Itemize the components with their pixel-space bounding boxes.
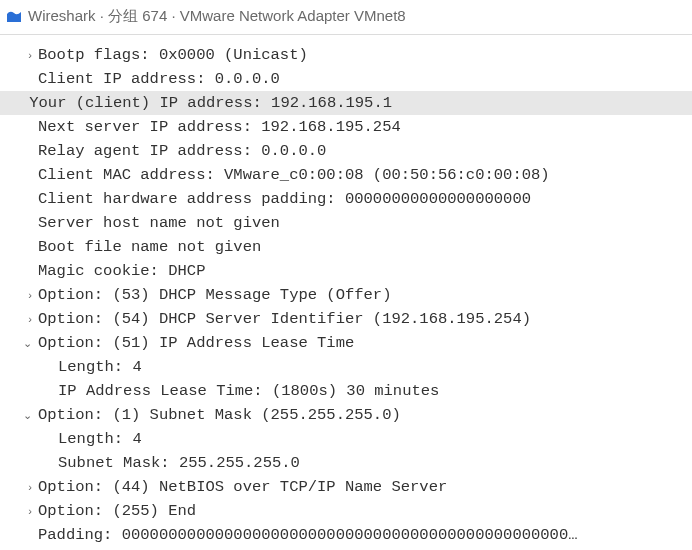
tree-row[interactable]: ›Option: (53) DHCP Message Type (Offer) (0, 283, 692, 307)
tree-row-text: Subnet Mask: 255.255.255.0 (58, 451, 300, 475)
tree-row[interactable]: ›Option: (54) DHCP Server Identifier (19… (0, 307, 692, 331)
tree-row[interactable]: Magic cookie: DHCP (0, 259, 692, 283)
tree-row-text: Bootp flags: 0x0000 (Unicast) (38, 43, 308, 67)
tree-row[interactable]: Length: 4 (0, 355, 692, 379)
expand-closed-icon[interactable]: › (0, 287, 38, 304)
tree-row[interactable]: Boot file name not given (0, 235, 692, 259)
tree-row-text: Option: (53) DHCP Message Type (Offer) (38, 283, 391, 307)
tree-row-text: Length: 4 (58, 427, 142, 451)
tree-row[interactable]: Client MAC address: VMware_c0:00:08 (00:… (0, 163, 692, 187)
tree-row-text: Option: (51) IP Address Lease Time (38, 331, 354, 355)
tree-row-text: Option: (1) Subnet Mask (255.255.255.0) (38, 403, 401, 427)
tree-row-text: Option: (255) End (38, 499, 196, 523)
tree-row[interactable]: Client hardware address padding: 0000000… (0, 187, 692, 211)
expand-open-icon[interactable]: ⌄ (0, 335, 38, 352)
tree-row-text: Client IP address: 0.0.0.0 (38, 67, 280, 91)
title-sep-1: · (96, 7, 109, 24)
tree-row-text: IP Address Lease Time: (1800s) 30 minute… (58, 379, 439, 403)
tree-row[interactable]: ›Bootp flags: 0x0000 (Unicast) (0, 43, 692, 67)
expand-closed-icon[interactable]: › (0, 311, 38, 328)
window-title: Wireshark · 分组 674 · VMware Network Adap… (28, 7, 406, 26)
tree-row-text: Padding: 0000000000000000000000000000000… (38, 523, 578, 547)
wireshark-icon (6, 8, 22, 24)
tree-row[interactable]: Client IP address: 0.0.0.0 (0, 67, 692, 91)
tree-row-text: Your (client) IP address: 192.168.195.1 (29, 91, 692, 115)
tree-row[interactable]: Subnet Mask: 255.255.255.0 (0, 451, 692, 475)
tree-row-text: Magic cookie: DHCP (38, 259, 205, 283)
titlebar: Wireshark · 分组 674 · VMware Network Adap… (0, 0, 692, 30)
tree-row-text: Option: (44) NetBIOS over TCP/IP Name Se… (38, 475, 447, 499)
tree-row[interactable]: ⌄Option: (51) IP Address Lease Time (0, 331, 692, 355)
expand-open-icon[interactable]: ⌄ (0, 407, 38, 424)
tree-row[interactable]: Length: 4 (0, 427, 692, 451)
tree-row[interactable]: ›Option: (44) NetBIOS over TCP/IP Name S… (0, 475, 692, 499)
tree-row-text: Relay agent IP address: 0.0.0.0 (38, 139, 326, 163)
interface-name: VMware Network Adapter VMnet8 (180, 7, 406, 24)
tree-row-text: Length: 4 (58, 355, 142, 379)
app-name: Wireshark (28, 7, 96, 24)
title-sep-2: · (167, 7, 180, 24)
tree-row-text: Next server IP address: 192.168.195.254 (38, 115, 401, 139)
packet-label: 分组 674 (108, 7, 167, 24)
tree-row-text: Server host name not given (38, 211, 280, 235)
expand-closed-icon[interactable]: › (0, 47, 38, 64)
tree-row-text: Option: (54) DHCP Server Identifier (192… (38, 307, 531, 331)
tree-row-text: Client hardware address padding: 0000000… (38, 187, 531, 211)
expand-closed-icon[interactable]: › (0, 479, 38, 496)
tree-row[interactable]: ⌄Option: (1) Subnet Mask (255.255.255.0) (0, 403, 692, 427)
tree-row[interactable]: Relay agent IP address: 0.0.0.0 (0, 139, 692, 163)
tree-row[interactable]: Server host name not given (0, 211, 692, 235)
tree-row[interactable]: Next server IP address: 192.168.195.254 (0, 115, 692, 139)
tree-row[interactable]: Padding: 0000000000000000000000000000000… (0, 523, 692, 547)
tree-row[interactable]: Your (client) IP address: 192.168.195.1 (0, 91, 692, 115)
expand-closed-icon[interactable]: › (0, 503, 38, 520)
tree-row[interactable]: IP Address Lease Time: (1800s) 30 minute… (0, 379, 692, 403)
packet-details-tree[interactable]: ›Bootp flags: 0x0000 (Unicast)Client IP … (0, 35, 692, 547)
tree-row-text: Client MAC address: VMware_c0:00:08 (00:… (38, 163, 550, 187)
tree-row-text: Boot file name not given (38, 235, 261, 259)
tree-row[interactable]: ›Option: (255) End (0, 499, 692, 523)
